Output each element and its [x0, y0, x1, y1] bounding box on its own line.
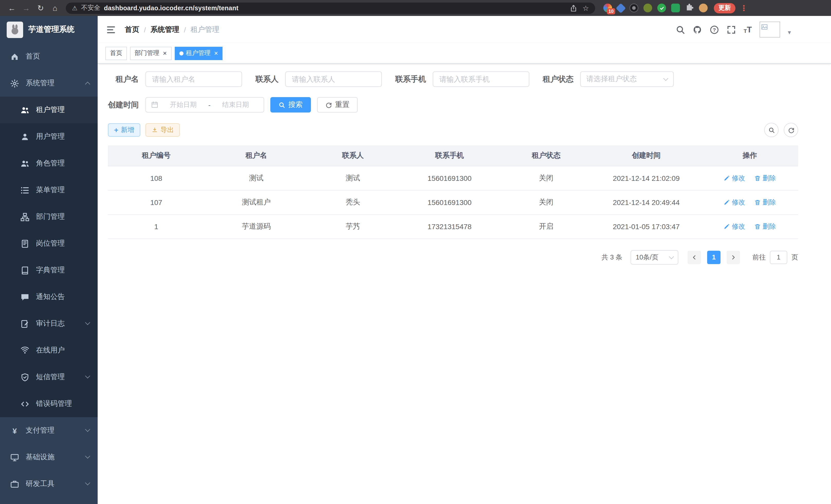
sidebar-item-label: 首页	[26, 52, 40, 61]
edit-link[interactable]: 修改	[724, 222, 745, 231]
close-icon[interactable]: ×	[214, 50, 218, 57]
sidebar-item-sms[interactable]: 短信管理	[0, 364, 98, 390]
github-icon[interactable]	[693, 25, 702, 34]
address-bar[interactable]: ⚠ 不安全 dashboard.yudao.iocoder.cn/system/…	[66, 2, 595, 13]
user-caret-down-icon[interactable]: ▾	[788, 29, 791, 36]
column-header: 创建时间	[591, 145, 701, 166]
sidebar-item-menu[interactable]: 菜单管理	[0, 177, 98, 203]
extension-dark-ring-icon[interactable]	[630, 4, 638, 12]
extensions-puzzle-icon[interactable]	[685, 4, 694, 12]
page-size-select[interactable]: 10条/页	[631, 250, 678, 264]
font-size-icon[interactable]: TT	[744, 25, 752, 34]
end-date-placeholder[interactable]: 结束日期	[212, 100, 258, 110]
sidebar-item-role[interactable]: 角色管理	[0, 150, 98, 177]
total-count: 共 3 条	[602, 253, 622, 262]
status-select[interactable]: 请选择租户状态	[580, 71, 674, 87]
code-icon	[21, 399, 29, 408]
sidebar-item-errcode[interactable]: 错误码管理	[0, 390, 98, 417]
update-label: 更新	[718, 4, 731, 12]
extension-green-check-icon[interactable]	[657, 4, 666, 12]
browser-reload-icon[interactable]: ↻	[34, 3, 47, 12]
toggle-search-button[interactable]	[764, 123, 779, 137]
browser-forward-icon[interactable]: →	[20, 4, 33, 12]
tenant-table: 租户编号 租户名 联系人 联系手机 租户状态 创建时间 操作 108 测试 测试	[108, 145, 798, 239]
browser-menu-icon[interactable]: ⋮	[740, 3, 748, 12]
date-range-picker[interactable]: 开始日期 - 结束日期	[145, 97, 264, 113]
extension-colorful-icon[interactable]: 10	[603, 4, 612, 12]
browser-extensions: 10	[603, 4, 708, 12]
security-label[interactable]: 不安全	[81, 4, 101, 12]
prev-page-button[interactable]	[688, 250, 701, 264]
search-icon[interactable]	[676, 25, 685, 34]
search-button[interactable]: 搜索	[270, 97, 311, 113]
sidebar-item-online[interactable]: 在线用户	[0, 337, 98, 364]
browser-home-icon[interactable]: ⌂	[48, 4, 62, 12]
sidebar-item-dept[interactable]: 部门管理	[0, 203, 98, 230]
refresh-icon	[325, 101, 332, 108]
link-label: 修改	[732, 173, 745, 183]
tab-home[interactable]: 首页	[105, 47, 127, 60]
cell-mobile: 17321315478	[398, 214, 501, 238]
reset-button[interactable]: 重置	[317, 97, 358, 113]
tab-tenant[interactable]: 租户管理 ×	[174, 47, 223, 60]
cell-tenant-id: 107	[108, 190, 204, 214]
sidebar-item-audit[interactable]: 审计日志	[0, 310, 98, 337]
sidebar-item-pay[interactable]: ¥ 支付管理	[0, 417, 98, 444]
sidebar-item-system[interactable]: 系统管理	[0, 70, 98, 97]
share-icon[interactable]	[570, 4, 577, 11]
edit-link[interactable]: 修改	[724, 173, 745, 183]
browser-update-button[interactable]: 更新	[714, 3, 736, 13]
edit-link[interactable]: 修改	[724, 198, 745, 207]
mobile-input[interactable]	[433, 71, 529, 87]
sidebar-item-infra[interactable]: 基础设施	[0, 444, 98, 471]
org-tree-icon	[21, 212, 29, 221]
extension-green-square-icon[interactable]	[671, 4, 680, 12]
chevron-down-icon	[85, 453, 90, 458]
link-label: 删除	[763, 173, 776, 183]
goto-page-input[interactable]	[770, 250, 787, 264]
collapse-sidebar-icon[interactable]	[106, 25, 116, 34]
fullscreen-icon[interactable]	[727, 25, 736, 34]
filter-row-1: 租户名 联系人 联系手机 租户状态 请选择租户状态	[108, 71, 798, 87]
app-logo[interactable]: 芋道管理系统	[0, 16, 98, 43]
url-text[interactable]: dashboard.yudao.iocoder.cn/system/tenant	[104, 4, 238, 11]
button-label: 新增	[121, 125, 134, 135]
sidebar-item-home[interactable]: 首页	[0, 43, 98, 70]
page-size-value: 10条/页	[636, 253, 658, 262]
delete-link[interactable]: 删除	[754, 222, 776, 231]
sidebar-item-tenant[interactable]: 租户管理	[0, 97, 98, 123]
add-button[interactable]: + 新增	[108, 123, 140, 137]
sidebar-item-notice[interactable]: 通知公告	[0, 284, 98, 310]
sidebar-item-dict[interactable]: 字典管理	[0, 257, 98, 284]
monitor-icon	[10, 453, 19, 462]
sidebar-item-post[interactable]: 岗位管理	[0, 230, 98, 257]
column-header: 联系手机	[398, 145, 501, 166]
bookmark-star-icon[interactable]: ☆	[582, 4, 589, 12]
extension-olive-icon[interactable]	[643, 4, 652, 12]
breadcrumb-item[interactable]: 系统管理	[150, 25, 179, 34]
start-date-placeholder[interactable]: 开始日期	[160, 100, 206, 110]
help-icon[interactable]: ?	[710, 25, 719, 34]
security-warning-icon[interactable]: ⚠	[72, 4, 78, 11]
page-number-current[interactable]: 1	[707, 250, 720, 264]
breadcrumb-item[interactable]: 首页	[125, 25, 139, 34]
refresh-table-button[interactable]	[784, 123, 798, 137]
contact-input[interactable]	[285, 71, 382, 87]
tab-dept[interactable]: 部门管理 ×	[130, 47, 171, 60]
extension-blue-icon[interactable]	[616, 3, 626, 13]
browser-profile-avatar[interactable]	[699, 4, 708, 12]
tenant-name-input[interactable]	[145, 71, 242, 87]
sidebar-item-dev[interactable]: 研发工具	[0, 471, 98, 497]
close-icon[interactable]: ×	[163, 50, 167, 57]
tab-label: 首页	[110, 49, 122, 58]
avatar[interactable]	[760, 22, 780, 37]
button-label: 重置	[335, 100, 349, 110]
browser-back-icon[interactable]: ←	[5, 4, 19, 12]
delete-link[interactable]: 删除	[754, 198, 776, 207]
sidebar-item-user[interactable]: 用户管理	[0, 123, 98, 150]
export-button[interactable]: 导出	[145, 123, 180, 137]
cell-actions: 修改 删除	[701, 166, 798, 190]
column-header: 租户状态	[501, 145, 591, 166]
delete-link[interactable]: 删除	[754, 173, 776, 183]
next-page-button[interactable]	[727, 250, 740, 264]
